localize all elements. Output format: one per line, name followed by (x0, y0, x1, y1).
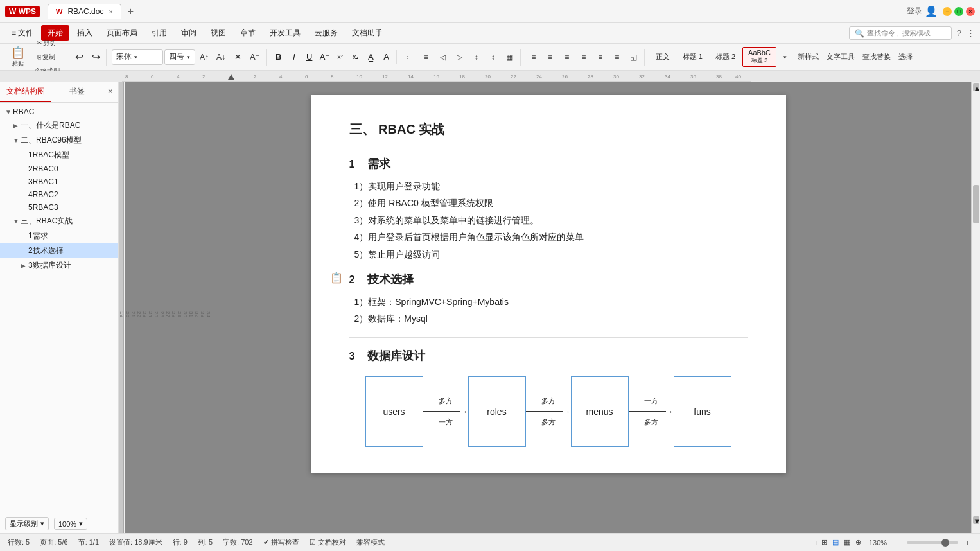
bold-button[interactable]: B (272, 50, 286, 64)
close-button[interactable]: × (966, 7, 975, 16)
undo-button[interactable]: ↩ (71, 49, 87, 66)
menu-doc-helper[interactable]: 文档助手 (346, 25, 389, 41)
v-scrollbar[interactable]: ▲ ▼ ✎ 属性 × ↑ ★ ⇄ ▤ ◎ ⊘ ⊞ (971, 82, 980, 533)
tree-item-rbac1[interactable]: 3RBAC1 (0, 175, 118, 188)
underline-button[interactable]: U (302, 50, 317, 64)
text-tools-button[interactable]: 文字工具 (823, 49, 858, 66)
font-color-btn[interactable]: A⁻ (247, 49, 263, 66)
tab-close-btn[interactable]: × (109, 8, 112, 15)
sidebar-tab-bookmark[interactable]: 书签 (51, 82, 103, 102)
redo-button[interactable]: ↪ (88, 49, 103, 66)
note-icon[interactable]: 📋 (330, 272, 343, 284)
tree-item-rbac[interactable]: ▼ RBAC (0, 105, 118, 118)
svg-text:10: 10 (356, 74, 362, 80)
clear-format-button[interactable]: ✕ (230, 49, 245, 66)
dist-horiz-button[interactable]: ≡ (609, 49, 625, 66)
italic-button[interactable]: I (287, 50, 301, 64)
view-btn-normal[interactable]: □ (812, 539, 816, 547)
superscript-button[interactable]: x² (333, 50, 347, 64)
view-btn-full[interactable]: ⊕ (855, 538, 861, 547)
more-icon[interactable]: ⋮ (967, 28, 975, 38)
justify-button[interactable]: ≡ (576, 49, 591, 66)
menu-page-layout[interactable]: 页面布局 (100, 25, 144, 41)
font-bg-button[interactable]: A̲ (364, 50, 378, 64)
tree-item-req[interactable]: 1需求 (0, 229, 118, 243)
tree-item-practice[interactable]: ▼ 三、RBAC实战 (0, 214, 118, 229)
add-tab-btn[interactable]: + (123, 3, 139, 20)
zoom-max-btn[interactable]: + (963, 539, 972, 547)
style-heading1[interactable]: 标题 1 (677, 50, 708, 64)
style-normal[interactable]: 正文 (650, 50, 676, 64)
statusbar-simple-mode[interactable]: 兼容模式 (356, 538, 385, 547)
menu-review[interactable]: 审阅 (175, 25, 203, 41)
db-table-menus-label: menus (586, 407, 613, 417)
statusbar-doc-compare[interactable]: ☑ 文档校对 (310, 538, 346, 547)
menu-insert[interactable]: 插入 (71, 25, 99, 41)
menu-view[interactable]: 视图 (204, 25, 232, 41)
req-item-5: 5）禁止用户越级访问 (354, 247, 748, 261)
columns-button[interactable]: ▦ (502, 49, 518, 66)
tree-label-rbac: RBAC (13, 107, 34, 116)
sidebar-close-btn[interactable]: × (103, 82, 118, 102)
search-input[interactable]: 🔍 查找命令、搜索模板 (849, 26, 952, 40)
scroll-up-btn[interactable]: ▲ (973, 83, 979, 91)
scroll-down-btn[interactable]: ▼ (973, 516, 979, 524)
style-heading3[interactable]: AaBbC标题 3 (742, 47, 776, 67)
tree-item-rbac-model[interactable]: 1RBAC模型 (0, 148, 118, 162)
style-heading2[interactable]: 标题 2 (710, 50, 741, 64)
sort-button[interactable]: ↕ (469, 49, 484, 66)
zoom-min-btn[interactable]: − (892, 539, 901, 547)
view-btn-outline[interactable]: ⊞ (821, 538, 827, 547)
menu-reference[interactable]: 引用 (145, 25, 173, 41)
tree-item-rbac3[interactable]: 5RBAC3 (0, 201, 118, 214)
align-center-button[interactable]: ≡ (543, 49, 558, 66)
minimize-button[interactable]: − (943, 7, 952, 16)
display-level-btn[interactable]: 显示级别 ▾ (5, 517, 49, 530)
help-icon[interactable]: ? (957, 28, 961, 38)
highlight-button[interactable]: A⁻ (318, 50, 332, 64)
tree-item-what-rbac[interactable]: ▶ 一、什么是RBAC (0, 118, 118, 133)
subscript-button[interactable]: x₂ (349, 50, 363, 64)
line-spacing-button[interactable]: ↕ (486, 49, 501, 66)
cut-button[interactable]: ✂ 剪切 (30, 37, 63, 49)
numbering-button[interactable]: ≡ (419, 49, 434, 66)
copy-button[interactable]: ⎘ 复制 (30, 51, 63, 64)
decrease-font-button[interactable]: A↓ (213, 49, 229, 66)
style-dropdown-icon[interactable]: ▾ (778, 49, 793, 66)
login-button[interactable]: 登录 👤 (907, 5, 938, 17)
view-btn-web[interactable]: ▦ (844, 538, 850, 547)
dist-vert-button[interactable]: ≡ (593, 49, 608, 66)
align-left-button[interactable]: ≡ (526, 49, 541, 66)
indent-increase-button[interactable]: ▷ (452, 49, 468, 66)
align-right-button[interactable]: ≡ (559, 49, 575, 66)
tree-item-rbac0[interactable]: 2RBAC0 (0, 162, 118, 175)
border-shading-button[interactable]: ◱ (626, 49, 642, 66)
new-style-button[interactable]: 新样式 (794, 49, 822, 66)
tree-item-tech[interactable]: 2技术选择 (0, 243, 118, 258)
menu-cloud[interactable]: 云服务 (308, 25, 344, 41)
find-replace-button[interactable]: 查找替换 (859, 49, 894, 66)
zoom-slider-thumb[interactable] (941, 539, 949, 547)
view-btn-print[interactable]: ▤ (832, 538, 839, 547)
tree-item-rbac96[interactable]: ▼ 二、RBAC96模型 (0, 133, 118, 148)
tree-item-db[interactable]: ▶ 3数据库设计 (0, 258, 118, 273)
font-color-btn2[interactable]: A (380, 50, 394, 64)
indent-decrease-button[interactable]: ◁ (435, 49, 451, 66)
font-name-selector[interactable]: 宋体 ▾ (112, 49, 163, 65)
font-size-selector[interactable]: 四号 ▾ (164, 49, 195, 65)
paste-button[interactable]: 📋 粘贴 (8, 49, 28, 66)
v-scrollbar-thumb[interactable] (973, 185, 979, 223)
zoom-level-btn[interactable]: 100% ▾ (54, 518, 87, 530)
select-button[interactable]: 选择 (895, 49, 916, 66)
maximize-button[interactable]: □ (954, 7, 963, 16)
zoom-slider[interactable] (907, 541, 958, 544)
increase-font-button[interactable]: A↑ (197, 49, 212, 66)
db-table-menus: menus (571, 376, 629, 447)
statusbar-spell-check[interactable]: ✔ 拼写检查 (263, 538, 299, 547)
bullet-button[interactable]: ≔ (402, 49, 417, 66)
menu-chapter[interactable]: 章节 (234, 25, 262, 41)
doc-tab[interactable]: W RBAC.doc × (48, 4, 121, 19)
menu-dev-tools[interactable]: 开发工具 (263, 25, 307, 41)
tree-item-rbac2[interactable]: 4RBAC2 (0, 188, 118, 201)
sidebar-tab-structure[interactable]: 文档结构图 (0, 82, 51, 102)
